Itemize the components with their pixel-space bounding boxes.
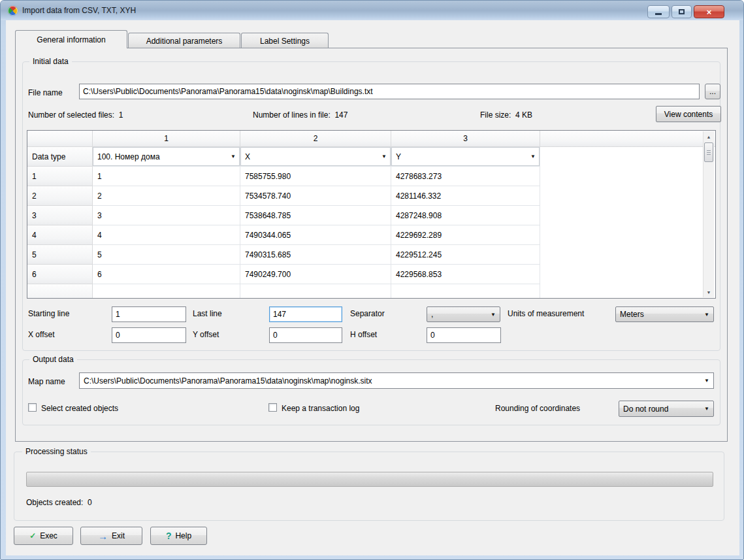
table-vertical-scrollbar[interactable]: ▲ ▼ bbox=[703, 131, 714, 297]
column-header-filler bbox=[540, 131, 715, 147]
table-cell[interactable]: 4 bbox=[93, 225, 240, 245]
chevron-down-icon: ▼ bbox=[381, 154, 387, 159]
window-controls: × bbox=[647, 5, 724, 18]
table-header-row: 1 2 3 bbox=[27, 131, 715, 147]
table-row: 1 1 7585755.980 4278683.273 bbox=[27, 167, 715, 186]
table-cell[interactable]: 7538648.785 bbox=[240, 206, 391, 225]
file-size-label: File size: 4 KB bbox=[480, 110, 532, 120]
select-created-objects-checkbox[interactable] bbox=[28, 403, 37, 412]
table-cell[interactable]: 7490315.685 bbox=[240, 245, 391, 265]
x-offset-input[interactable] bbox=[112, 327, 186, 343]
objects-created-value: 0 bbox=[88, 498, 92, 507]
transaction-log-label[interactable]: Keep a transaction log bbox=[282, 404, 359, 413]
row-header[interactable]: 5 bbox=[27, 245, 93, 265]
data-type-row: Data type 100. Номер дома ▼ X ▼ Y ▼ bbox=[27, 147, 715, 167]
data-type-select-col3[interactable]: Y ▼ bbox=[391, 147, 540, 167]
table-cell[interactable]: 4229692.289 bbox=[391, 225, 540, 245]
separator-label: Separator bbox=[350, 309, 385, 318]
chevron-down-icon: ▼ bbox=[491, 312, 496, 318]
group-title: Output data bbox=[29, 355, 77, 364]
column-header-1[interactable]: 1 bbox=[93, 131, 240, 147]
table-cell[interactable]: 7585755.980 bbox=[240, 167, 391, 186]
separator-select[interactable]: , ▼ bbox=[427, 306, 500, 322]
help-button[interactable]: ? Help bbox=[150, 527, 207, 545]
data-type-select-col1[interactable]: 100. Номер дома ▼ bbox=[93, 147, 240, 167]
h-offset-input[interactable] bbox=[427, 327, 501, 343]
table-cell[interactable]: 4278683.273 bbox=[391, 167, 540, 186]
group-title: Initial data bbox=[29, 57, 72, 66]
tab-label: Label Settings bbox=[260, 37, 310, 46]
initial-data-group: Initial data File name ... Number of sel… bbox=[22, 61, 720, 351]
table-row: 2 2 7534578.740 4281146.332 bbox=[27, 186, 715, 206]
processing-status-group: Processing status Objects created: 0 bbox=[14, 452, 724, 521]
map-name-select[interactable]: C:\Users\Public\Documents\Panorama\Panor… bbox=[79, 372, 714, 389]
tab-label-settings[interactable]: Label Settings bbox=[241, 33, 329, 48]
tab-general-information[interactable]: General information bbox=[15, 30, 127, 48]
table-cell[interactable]: 4287248.908 bbox=[391, 206, 540, 225]
file-name-label: File name bbox=[28, 88, 63, 97]
x-offset-label: X offset bbox=[28, 330, 54, 339]
table-cell[interactable]: 6 bbox=[93, 265, 240, 284]
starting-line-input[interactable] bbox=[112, 306, 186, 322]
exit-button[interactable]: → Exit bbox=[80, 527, 142, 545]
scrollbar-thumb[interactable] bbox=[704, 142, 713, 162]
rounding-select[interactable]: Do not round ▼ bbox=[619, 401, 714, 417]
table-cell[interactable]: 3 bbox=[93, 206, 240, 225]
minimize-icon bbox=[655, 13, 662, 15]
progress-bar bbox=[26, 472, 713, 487]
arrow-right-icon: → bbox=[98, 531, 108, 542]
corner-header-cell[interactable] bbox=[27, 131, 93, 147]
maximize-icon bbox=[679, 9, 685, 14]
row-header[interactable]: 3 bbox=[27, 206, 93, 225]
dialog-content: General information Additional parameter… bbox=[6, 20, 739, 555]
column-header-3[interactable]: 3 bbox=[391, 131, 540, 147]
table-cell[interactable]: 7490249.700 bbox=[240, 265, 391, 284]
column-header-2[interactable]: 2 bbox=[240, 131, 391, 147]
map-name-label: Map name bbox=[28, 377, 65, 386]
minimize-button[interactable] bbox=[647, 5, 670, 18]
titlebar[interactable]: Import data from CSV, TXT, XYH × bbox=[1, 1, 743, 20]
table-cell[interactable]: 7534578.740 bbox=[240, 186, 391, 206]
data-type-row-header[interactable]: Data type bbox=[27, 147, 93, 167]
data-type-select-col2[interactable]: X ▼ bbox=[240, 147, 391, 167]
scroll-up-icon[interactable]: ▲ bbox=[704, 131, 714, 142]
tab-label: General information bbox=[37, 35, 105, 44]
table-cell[interactable]: 4229512.245 bbox=[391, 245, 540, 265]
last-line-input[interactable] bbox=[269, 306, 342, 322]
starting-line-label: Starting line bbox=[28, 309, 69, 318]
transaction-log-checkbox[interactable] bbox=[268, 403, 277, 412]
view-contents-button[interactable]: View contents bbox=[656, 106, 721, 122]
scroll-down-icon[interactable]: ▼ bbox=[704, 287, 714, 297]
preview-table: 1 2 3 Data type 100. Номер дома ▼ X bbox=[27, 130, 716, 299]
units-select[interactable]: Meters ▼ bbox=[615, 306, 714, 322]
chevron-down-icon: ▼ bbox=[704, 378, 709, 384]
last-line-label: Last line bbox=[193, 309, 222, 318]
maximize-button[interactable] bbox=[671, 5, 692, 18]
browse-button[interactable]: ... bbox=[705, 84, 720, 99]
tab-label: Additional parameters bbox=[146, 37, 223, 46]
table-cell[interactable]: 2 bbox=[93, 186, 240, 206]
import-dialog-window: Import data from CSV, TXT, XYH × General… bbox=[0, 0, 744, 560]
select-created-objects-label[interactable]: Select created objects bbox=[41, 404, 118, 413]
lines-in-file-label: Number of lines in file: 147 bbox=[253, 110, 348, 120]
table-cell[interactable]: 5 bbox=[93, 245, 240, 265]
table-cell[interactable]: 7490344.065 bbox=[240, 225, 391, 245]
row-header[interactable]: 1 bbox=[27, 167, 93, 186]
exec-button[interactable]: ✓ Exec bbox=[14, 527, 73, 545]
y-offset-input[interactable] bbox=[269, 327, 342, 343]
lines-in-file-value: 147 bbox=[334, 110, 348, 120]
table-cell[interactable]: 1 bbox=[93, 167, 240, 186]
close-button[interactable]: × bbox=[694, 5, 724, 18]
table-row-partial bbox=[27, 284, 715, 299]
row-header[interactable]: 4 bbox=[27, 225, 93, 245]
table-cell[interactable]: 4281146.332 bbox=[391, 186, 540, 206]
ellipsis-icon: ... bbox=[709, 87, 716, 96]
output-data-group: Output data Map name C:\Users\Public\Doc… bbox=[22, 359, 720, 425]
close-icon: × bbox=[707, 7, 712, 17]
row-header[interactable]: 6 bbox=[27, 265, 93, 284]
table-cell[interactable]: 4229568.853 bbox=[391, 265, 540, 284]
row-header[interactable]: 2 bbox=[27, 186, 93, 206]
tab-additional-parameters[interactable]: Additional parameters bbox=[128, 33, 240, 48]
table-row: 6 6 7490249.700 4229568.853 bbox=[27, 265, 715, 284]
file-name-input[interactable] bbox=[79, 84, 700, 99]
